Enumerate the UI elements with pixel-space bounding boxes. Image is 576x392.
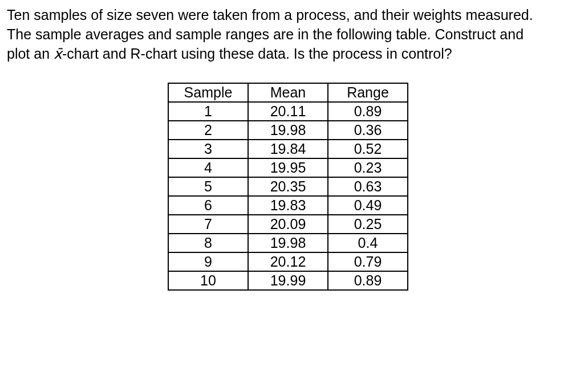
table-row: 2 19.98 0.36 [168,121,408,140]
cell-mean: 19.84 [248,140,328,158]
cell-sample: 7 [168,215,248,234]
cell-sample: 1 [168,102,248,121]
cell-range: 0.63 [328,177,408,196]
cell-range: 0.79 [328,252,408,271]
cell-mean: 19.98 [248,234,328,252]
cell-mean: 20.35 [248,177,328,196]
cell-mean: 19.95 [248,158,328,177]
table-row: 3 19.84 0.52 [168,140,408,158]
table-row: 5 20.35 0.63 [168,177,408,196]
cell-sample: 8 [168,234,248,252]
cell-sample: 10 [168,271,248,290]
cell-range: 0.89 [328,102,408,121]
cell-range: 0.4 [328,234,408,252]
header-range: Range [328,83,408,102]
header-mean: Mean [248,83,328,102]
question-text: Ten samples of size seven were taken fro… [7,6,569,63]
cell-range: 0.89 [328,271,408,290]
cell-mean: 20.11 [248,102,328,121]
cell-mean: 19.83 [248,196,328,215]
cell-sample: 4 [168,158,248,177]
cell-mean: 20.12 [248,252,328,271]
cell-sample: 3 [168,140,248,158]
cell-sample: 5 [168,177,248,196]
data-table: Sample Mean Range 1 20.11 0.89 2 19.98 0… [168,83,408,291]
cell-mean: 19.98 [248,121,328,140]
question-line3-suffix: -chart and R-chart using these data. Is … [62,46,452,62]
table-row: 8 19.98 0.4 [168,234,408,252]
table-row: 10 19.99 0.89 [168,271,408,290]
header-sample: Sample [168,83,248,102]
table-row: 1 20.11 0.89 [168,102,408,121]
cell-range: 0.49 [328,196,408,215]
cell-mean: 19.99 [248,271,328,290]
table-header-row: Sample Mean Range [168,83,408,102]
xbar-symbol: x̄ [54,46,62,62]
question-line3-prefix: plot an [7,46,54,62]
table-row: 7 20.09 0.25 [168,215,408,234]
question-line1: Ten samples of size seven were taken fro… [7,7,533,23]
cell-mean: 20.09 [248,215,328,234]
cell-range: 0.25 [328,215,408,234]
table-row: 4 19.95 0.23 [168,158,408,177]
table-row: 9 20.12 0.79 [168,252,408,271]
cell-range: 0.52 [328,140,408,158]
cell-range: 0.23 [328,158,408,177]
cell-sample: 6 [168,196,248,215]
cell-sample: 2 [168,121,248,140]
table-row: 6 19.83 0.49 [168,196,408,215]
question-line2: The sample averages and sample ranges ar… [7,26,524,42]
cell-range: 0.36 [328,121,408,140]
cell-sample: 9 [168,252,248,271]
